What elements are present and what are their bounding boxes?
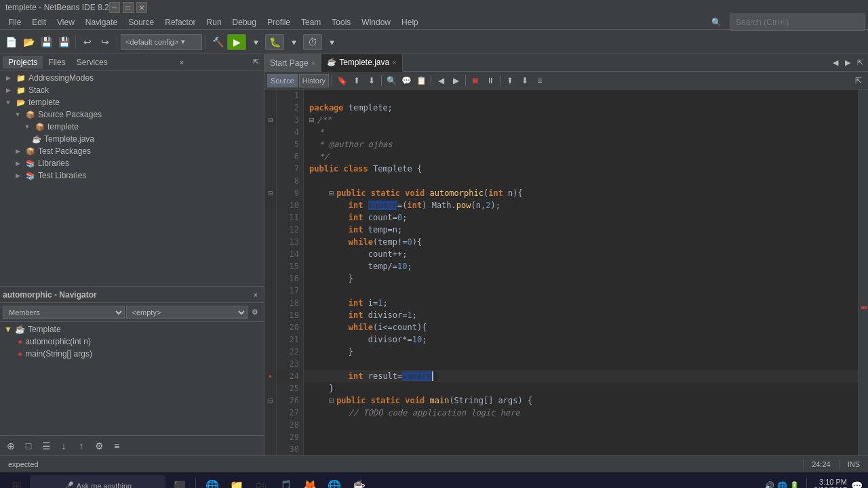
menu-refactor[interactable]: Refactor bbox=[159, 16, 201, 28]
menu-run[interactable]: Run bbox=[201, 16, 227, 28]
menu-profile[interactable]: Profile bbox=[262, 16, 296, 28]
toolbar-search-input[interactable] bbox=[730, 14, 865, 31]
menu-window[interactable]: Window bbox=[356, 16, 396, 28]
close-panel-btn[interactable]: × bbox=[176, 57, 187, 68]
history-btn[interactable]: History bbox=[299, 74, 329, 87]
move-up-btn[interactable]: ↑ bbox=[73, 438, 90, 454]
task-view-btn[interactable]: ⬛ bbox=[168, 475, 190, 489]
gutter-fold-9[interactable]: ⊟ bbox=[264, 187, 276, 199]
edge-btn[interactable]: 🌐 bbox=[201, 475, 223, 489]
notification-btn[interactable]: 💬 bbox=[851, 481, 863, 489]
tree-item-stack[interactable]: ▶ 📁 Stack bbox=[1, 84, 262, 96]
diff-btn1[interactable]: ⬆ bbox=[503, 74, 517, 87]
delete-btn[interactable]: □ bbox=[20, 438, 37, 454]
maximize-button[interactable]: □ bbox=[123, 2, 134, 13]
fold-marker-3[interactable]: ⊟ bbox=[309, 115, 314, 125]
store-btn[interactable]: 🛍 bbox=[250, 475, 272, 489]
tab-start-page[interactable]: Start Page × bbox=[264, 54, 321, 72]
tab-templete-java[interactable]: ☕ Templete.java × bbox=[321, 54, 402, 72]
menu-navigate[interactable]: Navigate bbox=[80, 16, 123, 28]
toggle-bookmark-btn[interactable]: 🔖 bbox=[335, 74, 349, 87]
source-btn[interactable]: Source bbox=[267, 74, 298, 87]
firefox-btn[interactable]: 🦊 bbox=[299, 475, 321, 489]
search-taskbar-btn[interactable]: 🎤 Ask me anything bbox=[30, 475, 165, 489]
tab-services[interactable]: Services bbox=[71, 56, 113, 68]
save-btn[interactable]: 💾 bbox=[38, 34, 54, 50]
menu-source[interactable]: Source bbox=[123, 16, 159, 28]
next-match-btn[interactable]: ▶ bbox=[449, 74, 462, 87]
tabs-nav-left[interactable]: ◀ bbox=[830, 58, 841, 68]
new-project-btn[interactable]: 📄 bbox=[3, 34, 19, 50]
close-editor-tab-btn[interactable]: × bbox=[392, 58, 396, 66]
close-navigator-btn[interactable]: × bbox=[250, 289, 261, 300]
move-down-btn[interactable]: ↓ bbox=[56, 438, 72, 454]
redo-btn[interactable]: ↪ bbox=[97, 34, 113, 50]
diff-btn3[interactable]: ≡ bbox=[533, 74, 547, 87]
prev-match-btn[interactable]: ◀ bbox=[434, 74, 448, 87]
toggle-comment-btn[interactable]: 💬 bbox=[399, 74, 413, 87]
debug-dropdown[interactable]: ▾ bbox=[285, 34, 302, 50]
run-btn[interactable]: ▶ bbox=[227, 34, 246, 50]
tab-projects[interactable]: Projects bbox=[3, 56, 43, 68]
run-config[interactable]: <default config> ▾ bbox=[121, 34, 202, 50]
tabs-nav-right[interactable]: ▶ bbox=[842, 58, 853, 68]
save-all-btn[interactable]: 💾 bbox=[56, 34, 72, 50]
gutter-fold-26[interactable]: ⊟ bbox=[264, 394, 276, 407]
search-btn[interactable]: 🔍 bbox=[384, 74, 398, 87]
profile-btn[interactable]: ⏱ bbox=[303, 34, 322, 50]
tree-item-test-packages[interactable]: ▶ 📦 Test Packages bbox=[1, 145, 262, 157]
menu-team[interactable]: Team bbox=[296, 16, 326, 28]
nav-item-main[interactable]: ● main(String[] args) bbox=[1, 348, 262, 360]
menu-view[interactable]: View bbox=[52, 16, 80, 28]
music-btn[interactable]: 🎵 bbox=[275, 475, 296, 489]
maximize-view-btn[interactable]: ⇱ bbox=[852, 74, 865, 87]
tree-item-libraries[interactable]: ▶ 📚 Libraries bbox=[1, 157, 262, 169]
nav-settings-btn[interactable]: ⚙ bbox=[249, 306, 261, 319]
tree-item-test-libraries[interactable]: ▶ 📚 Test Libraries bbox=[1, 169, 262, 182]
close-start-page-btn[interactable]: × bbox=[311, 59, 315, 67]
menu-debug[interactable]: Debug bbox=[227, 16, 262, 28]
tree-item-templete[interactable]: ▼ 📂 templete bbox=[1, 96, 262, 108]
tab-files[interactable]: Files bbox=[43, 56, 71, 68]
next-bookmark-btn[interactable]: ⬇ bbox=[365, 74, 378, 87]
debug-btn[interactable]: 🐛 bbox=[265, 34, 284, 50]
maximize-editor-btn[interactable]: ⇱ bbox=[854, 58, 865, 68]
build-btn[interactable]: 🔨 bbox=[210, 34, 226, 50]
minimize-button[interactable]: ─ bbox=[109, 2, 120, 13]
start-button[interactable]: ⊞ bbox=[5, 475, 27, 489]
undo-btn[interactable]: ↩ bbox=[79, 34, 96, 50]
sort-btn[interactable]: ≡ bbox=[108, 438, 125, 454]
tree-item-addressingmodes[interactable]: ▶ 📁 AddressingModes bbox=[1, 72, 262, 84]
menu-file[interactable]: File bbox=[3, 16, 26, 28]
toggle-fold-btn[interactable]: 📋 bbox=[414, 74, 428, 87]
pause-btn[interactable]: ⏸ bbox=[484, 74, 497, 87]
code-editor[interactable]: package templete; ⊟ /** * * @author ojha… bbox=[304, 89, 859, 455]
menu-tools[interactable]: Tools bbox=[326, 16, 356, 28]
members-filter[interactable]: Members bbox=[3, 306, 125, 319]
maximize-panel-btn[interactable]: ⇱ bbox=[250, 57, 261, 68]
open-btn[interactable]: 📂 bbox=[20, 34, 37, 50]
prev-bookmark-btn[interactable]: ⬆ bbox=[350, 74, 363, 87]
diff-btn2[interactable]: ⬇ bbox=[518, 74, 532, 87]
menu-help[interactable]: Help bbox=[396, 16, 424, 28]
tree-item-templete-package[interactable]: ▼ 📦 templete bbox=[1, 121, 262, 133]
profile-dropdown[interactable]: ▾ bbox=[323, 34, 340, 50]
run-dropdown[interactable]: ▾ bbox=[248, 34, 264, 50]
new-btn[interactable]: ⊕ bbox=[3, 438, 19, 454]
nav-item-template-root[interactable]: ▼ ☕ Template bbox=[1, 323, 262, 336]
tree-item-source-packages[interactable]: ▼ 📦 Source Packages bbox=[1, 108, 262, 121]
tree-item-templete-java[interactable]: ☕ Templete.java bbox=[1, 133, 262, 145]
properties-btn[interactable]: ☰ bbox=[38, 438, 54, 454]
members-scope[interactable]: <empty> bbox=[126, 306, 248, 319]
nav-item-automorphic[interactable]: ● automorphic(int n) bbox=[1, 336, 262, 348]
netbeans-taskbar-btn[interactable]: ☕ bbox=[348, 475, 370, 489]
menu-edit[interactable]: Edit bbox=[26, 16, 52, 28]
stop-btn[interactable]: ⏹ bbox=[469, 74, 482, 87]
fold-marker-9[interactable]: ⊟ bbox=[329, 188, 334, 198]
settings-btn[interactable]: ⚙ bbox=[91, 438, 107, 454]
chrome-btn[interactable]: 🌐 bbox=[323, 475, 345, 489]
fold-marker-26[interactable]: ⊟ bbox=[329, 396, 334, 405]
gutter-fold[interactable]: ⊟ bbox=[264, 114, 276, 126]
close-button[interactable]: ✕ bbox=[136, 2, 147, 13]
folder-btn[interactable]: 📁 bbox=[226, 475, 248, 489]
